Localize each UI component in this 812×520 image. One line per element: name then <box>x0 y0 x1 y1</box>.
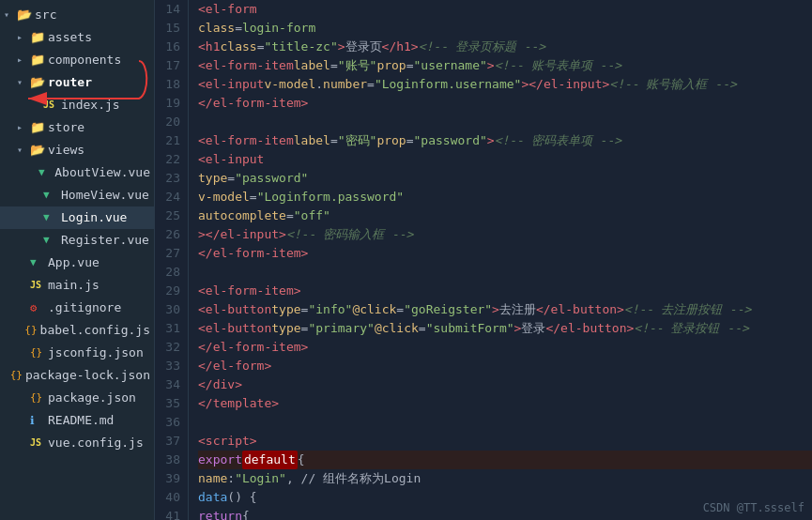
code-line: v-model="Loginform.password" <box>198 188 812 206</box>
sidebar-item-readme[interactable]: ℹREADME.md <box>0 409 154 432</box>
line-number: 25 <box>155 206 180 225</box>
folder-icon: 📁 <box>30 28 45 47</box>
line-number: 16 <box>155 38 180 56</box>
sidebar-item-router[interactable]: ▾📂router <box>0 71 154 94</box>
file-icon: ▼ <box>43 231 58 250</box>
tree-item-label: package-lock.json <box>25 366 150 385</box>
line-number: 21 <box>155 131 180 150</box>
line-number: 39 <box>155 469 180 488</box>
tree-item-label: index.js <box>61 96 120 115</box>
sidebar-item-views[interactable]: ▾📂views <box>0 139 154 161</box>
code-line: export default { <box>198 451 812 469</box>
line-number: 32 <box>155 338 180 357</box>
code-line: class= login-form <box>198 19 812 38</box>
chevron-icon: ▸ <box>17 51 30 69</box>
code-line: </el-form-item> <box>198 338 812 357</box>
tree-item-label: AboutView.vue <box>54 163 150 182</box>
sidebar-item-gitignore[interactable]: ⚙.gitignore <box>0 297 154 319</box>
tree-item-label: router <box>48 73 92 92</box>
line-number: 30 <box>155 300 180 319</box>
file-icon: ▼ <box>38 163 52 182</box>
sidebar-item-pkglock[interactable]: {}package-lock.json <box>0 364 154 387</box>
line-number: 27 <box>155 244 180 263</box>
sidebar-item-babel[interactable]: {}babel.config.js <box>0 319 154 342</box>
chevron-icon: ▾ <box>4 6 17 24</box>
code-line <box>198 263 812 282</box>
code-line: <el-button type="primary" @click="submit… <box>198 319 812 338</box>
sidebar-item-assets[interactable]: ▸📁assets <box>0 26 154 49</box>
code-line: type="password" <box>198 169 812 188</box>
file-icon: JS <box>30 276 45 295</box>
code-line: <el-form <box>198 0 812 19</box>
sidebar-item-app[interactable]: ▼App.vue <box>0 252 154 274</box>
sidebar-item-login[interactable]: ▼Login.vue <box>0 206 154 229</box>
line-number: 18 <box>155 75 180 94</box>
sidebar-item-pkg[interactable]: {}package.json <box>0 387 154 409</box>
tree-item-label: README.md <box>48 411 114 430</box>
line-number: 40 <box>155 488 180 507</box>
file-icon: ▼ <box>43 186 58 205</box>
tree-item-label: Register.vue <box>61 231 149 250</box>
tree-item-label: vue.config.js <box>48 434 144 452</box>
code-line <box>198 413 812 432</box>
tree-item-label: package.json <box>48 389 136 407</box>
line-number: 35 <box>155 394 180 413</box>
sidebar-item-vueconfig[interactable]: JSvue.config.js <box>0 432 154 454</box>
line-number: 14 <box>155 0 180 19</box>
folder-icon: 📂 <box>30 73 45 92</box>
code-line: <el-form-item label="账号" prop="username"… <box>198 56 812 75</box>
tree-item-label: main.js <box>48 276 100 295</box>
tree-item-label: App.vue <box>48 253 100 272</box>
code-line: <el-input v-model.number="Loginform.user… <box>198 75 812 94</box>
code-line: <script> <box>198 432 812 451</box>
code-line: <el-button type="info" @click="goReigste… <box>198 300 812 319</box>
line-number: 34 <box>155 375 180 394</box>
tree-item-label: src <box>35 6 56 24</box>
line-number: 31 <box>155 319 180 338</box>
file-explorer: ▾📂src▸📁assets▸📁components▾📂routerJSindex… <box>0 0 155 520</box>
tree-item-label: assets <box>48 28 92 47</box>
folder-icon: 📁 <box>30 51 45 69</box>
file-icon: {} <box>30 344 45 362</box>
code-line: name: "Login", // 组件名称为Login <box>198 469 812 488</box>
code-line: <el-form-item> <box>198 282 812 300</box>
line-number: 24 <box>155 188 180 206</box>
sidebar-item-components[interactable]: ▸📁components <box>0 49 154 71</box>
code-line: </div> <box>198 375 812 394</box>
line-number: 20 <box>155 113 180 131</box>
file-icon: ▼ <box>30 253 45 272</box>
sidebar-item-home[interactable]: ▼HomeView.vue <box>0 184 154 206</box>
code-line <box>198 113 812 131</box>
sidebar-item-register[interactable]: ▼Register.vue <box>0 229 154 252</box>
sidebar-item-store[interactable]: ▸📁store <box>0 116 154 139</box>
code-line: ></el-input> <!-- 密码输入框 --> <box>198 225 812 244</box>
line-number: 22 <box>155 150 180 169</box>
line-number: 17 <box>155 56 180 75</box>
sidebar-item-src[interactable]: ▾📂src <box>0 4 154 26</box>
chevron-icon: ▾ <box>17 73 30 92</box>
chevron-icon: ▸ <box>17 118 30 137</box>
watermark: CSDN @TT.ssself <box>703 501 804 514</box>
code-content: <el-form class= login-form <h1 class="ti… <box>189 0 812 520</box>
line-number: 19 <box>155 94 180 113</box>
tree-item-label: Login.vue <box>61 208 127 227</box>
file-icon: ▼ <box>43 208 58 227</box>
sidebar-item-index-js[interactable]: JSindex.js <box>0 94 154 116</box>
tree-item-label: .gitignore <box>48 298 121 317</box>
line-number: 29 <box>155 282 180 300</box>
line-number: 28 <box>155 263 180 282</box>
sidebar-item-jsconfig[interactable]: {}jsconfig.json <box>0 342 154 364</box>
code-line: <el-form-item label="密码" prop="password"… <box>198 131 812 150</box>
chevron-icon: ▸ <box>17 28 30 47</box>
folder-icon: 📁 <box>30 118 45 137</box>
folder-icon: 📂 <box>30 141 45 160</box>
sidebar-item-about[interactable]: ▼AboutView.vue <box>0 161 154 184</box>
tree-item-label: store <box>48 118 84 137</box>
file-icon: {} <box>10 366 23 385</box>
code-line: </el-form-item> <box>198 244 812 263</box>
tree-item-label: views <box>48 141 84 160</box>
line-number: 15 <box>155 19 180 38</box>
sidebar-item-main-js[interactable]: JSmain.js <box>0 274 154 297</box>
code-editor: 1415161718192021222324252627282930313233… <box>155 0 812 520</box>
code-line: </template> <box>198 394 812 413</box>
